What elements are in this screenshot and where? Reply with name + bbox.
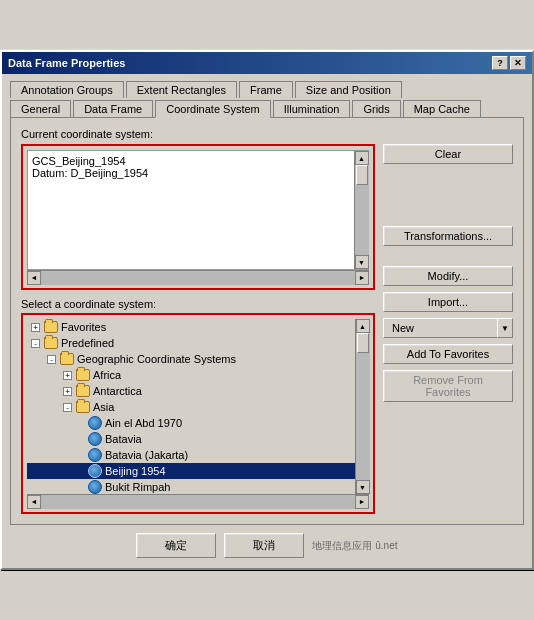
list-item[interactable]: Ain el Abd 1970 (27, 415, 355, 431)
tree-item-label: Beijing 1954 (105, 465, 166, 477)
clear-button[interactable]: Clear (383, 144, 513, 164)
expand-predefined-icon[interactable]: - (31, 339, 40, 348)
list-item[interactable]: - Predefined (27, 335, 355, 351)
tree-scroll-thumb[interactable] (357, 333, 369, 353)
transformations-button[interactable]: Transformations... (383, 226, 513, 246)
expand-antarctica-icon[interactable]: + (63, 387, 72, 396)
tree-horiz-left[interactable]: ◄ (27, 495, 41, 509)
title-bar: Data Frame Properties ? ✕ (2, 52, 532, 74)
import-button[interactable]: Import... (383, 292, 513, 312)
scroll-down-arrow[interactable]: ▼ (355, 255, 369, 269)
folder-icon (43, 320, 59, 334)
tree-item-label: Favorites (61, 321, 106, 333)
main-layout: Current coordinate system: GCS_Beijing_1… (21, 128, 513, 514)
globe-icon (87, 464, 103, 478)
tab-general[interactable]: General (10, 100, 71, 118)
tree-scrollbar: ▲ ▼ (355, 319, 369, 494)
help-button[interactable]: ? (492, 56, 508, 70)
list-item[interactable]: + Antarctica (27, 383, 355, 399)
coord-line2: Datum: D_Beijing_1954 (32, 167, 350, 179)
main-window: Data Frame Properties ? ✕ Annotation Gro… (0, 50, 534, 570)
cancel-button[interactable]: 取消 (224, 533, 304, 558)
tree-scroll-track (356, 333, 370, 480)
list-item[interactable]: + Favorites (27, 319, 355, 335)
tree-item-label: Antarctica (93, 385, 142, 397)
tree-item-label: Batavia (Jakarta) (105, 449, 188, 461)
list-item[interactable]: + Africa (27, 367, 355, 383)
bottom-row: 确定 取消 地理信息应用 û.net (10, 525, 524, 562)
globe-icon (87, 480, 103, 494)
tab-annotation-groups[interactable]: Annotation Groups (10, 81, 124, 98)
tree-inner-wrap: + Favorites - Predefined (27, 319, 369, 494)
tab-extent-rectangles[interactable]: Extent Rectangles (126, 81, 237, 98)
list-item[interactable]: Beijing 1954 (27, 463, 355, 479)
tree-section-label: Select a coordinate system: (21, 298, 375, 310)
content-area: Annotation Groups Extent Rectangles Fram… (2, 74, 532, 568)
tree-item-label: Asia (93, 401, 114, 413)
window-title: Data Frame Properties (8, 57, 125, 69)
globe-icon (87, 448, 103, 462)
modify-button[interactable]: Modify... (383, 266, 513, 286)
tree-item-label: Bukit Rimpah (105, 481, 170, 493)
coord-inner-wrap: GCS_Beijing_1954 Datum: D_Beijing_1954 ▲… (27, 150, 369, 270)
horiz-left-arrow[interactable]: ◄ (27, 271, 41, 285)
tree-horiz-right[interactable]: ► (355, 495, 369, 509)
tree-scroll-down[interactable]: ▼ (356, 480, 370, 494)
folder-icon (75, 384, 91, 398)
list-item[interactable]: Batavia (Jakarta) (27, 447, 355, 463)
tree-item-label: Geographic Coordinate Systems (77, 353, 236, 365)
tab-row-2: General Data Frame Coordinate System Ill… (10, 99, 524, 117)
expand-favorites-icon[interactable]: + (31, 323, 40, 332)
scroll-up-arrow[interactable]: ▲ (355, 151, 369, 165)
expand-africa-icon[interactable]: + (63, 371, 72, 380)
right-panel: Clear Transformations... Modify... Impor… (383, 128, 513, 514)
list-item[interactable]: Bukit Rimpah (27, 479, 355, 494)
horiz-track (41, 271, 355, 285)
tree-scroll-up[interactable]: ▲ (356, 319, 370, 333)
tab-row-1: Annotation Groups Extent Rectangles Fram… (10, 80, 524, 97)
tree-item-label: Batavia (105, 433, 142, 445)
folder-icon (59, 352, 75, 366)
scroll-thumb[interactable] (356, 165, 368, 185)
tree-horiz-scroll: ◄ ► (27, 494, 369, 508)
tab-illumination[interactable]: Illumination (273, 100, 351, 118)
ok-button[interactable]: 确定 (136, 533, 216, 558)
tree-item-label: Africa (93, 369, 121, 381)
tab-grids[interactable]: Grids (352, 100, 400, 118)
expand-asia-icon[interactable]: - (63, 403, 72, 412)
coord-section-label: Current coordinate system: (21, 128, 375, 140)
scroll-track (355, 165, 369, 255)
folder-icon (75, 368, 91, 382)
list-item[interactable]: - Geographic Coordinate Systems (27, 351, 355, 367)
folder-icon (75, 400, 91, 414)
tab-panel: Current coordinate system: GCS_Beijing_1… (10, 117, 524, 525)
globe-icon (87, 432, 103, 446)
left-panel: Current coordinate system: GCS_Beijing_1… (21, 128, 375, 514)
tab-size-position[interactable]: Size and Position (295, 81, 402, 98)
tab-coordinate-system[interactable]: Coordinate System (155, 100, 271, 118)
expand-geo-icon[interactable]: - (47, 355, 56, 364)
coord-box: GCS_Beijing_1954 Datum: D_Beijing_1954 ▲… (21, 144, 375, 290)
folder-icon (43, 336, 59, 350)
new-button-split: New ▼ (383, 318, 513, 338)
coord-line1: GCS_Beijing_1954 (32, 155, 350, 167)
coord-scrollbar: ▲ ▼ (354, 151, 368, 269)
tree-box-wrapper: + Favorites - Predefined (21, 313, 375, 514)
tree-item-label: Predefined (61, 337, 114, 349)
horiz-right-arrow[interactable]: ► (355, 271, 369, 285)
add-to-favorites-button[interactable]: Add To Favorites (383, 344, 513, 364)
watermark: 地理信息应用 û.net (312, 539, 397, 553)
title-bar-controls: ? ✕ (492, 56, 526, 70)
new-dropdown-arrow[interactable]: ▼ (497, 318, 513, 338)
tree-content: + Favorites - Predefined (27, 319, 355, 494)
new-button[interactable]: New (383, 318, 497, 338)
close-button[interactable]: ✕ (510, 56, 526, 70)
tab-map-cache[interactable]: Map Cache (403, 100, 481, 118)
tree-item-label: Ain el Abd 1970 (105, 417, 182, 429)
coord-horiz-scroll: ◄ ► (27, 270, 369, 284)
remove-from-favorites-button[interactable]: Remove From Favorites (383, 370, 513, 402)
list-item[interactable]: Batavia (27, 431, 355, 447)
list-item[interactable]: - Asia (27, 399, 355, 415)
tab-data-frame[interactable]: Data Frame (73, 100, 153, 118)
tab-frame[interactable]: Frame (239, 81, 293, 98)
